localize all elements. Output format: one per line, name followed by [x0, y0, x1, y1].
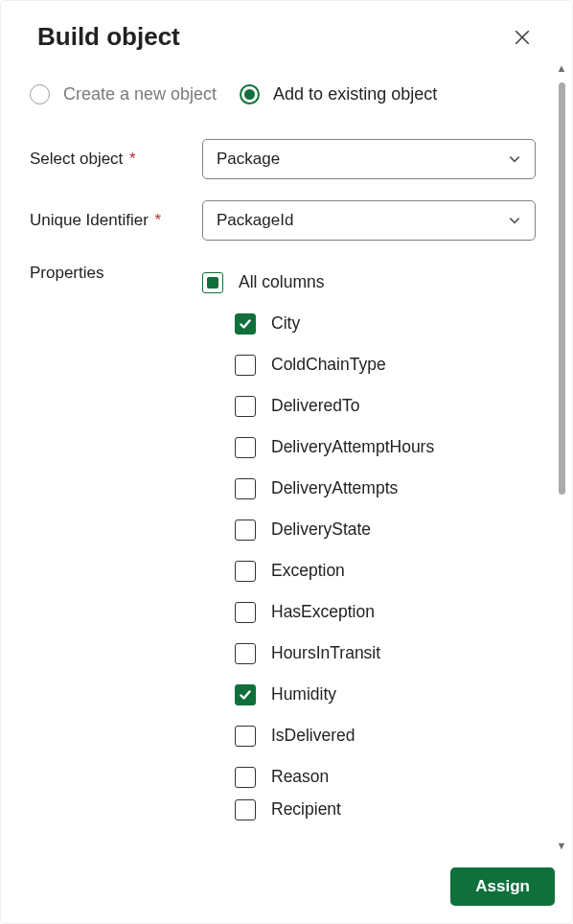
radio-add-to-existing[interactable]: Add to existing object [240, 84, 437, 104]
required-asterisk: * [155, 211, 162, 229]
checkbox-item[interactable]: Reason [202, 756, 536, 797]
checkbox-item[interactable]: DeliveredTo [202, 385, 536, 427]
checkbox-icon [235, 767, 256, 788]
select-object-dropdown[interactable]: Package [202, 139, 536, 179]
checkbox-icon [235, 799, 256, 820]
assign-button[interactable]: Assign [450, 867, 555, 906]
properties-label: Properties [30, 262, 202, 824]
checkbox-icon [235, 355, 256, 376]
checkbox-icon [235, 684, 256, 705]
properties-checkbox-list: All columnsCityColdChainTypeDeliveredToD… [202, 262, 536, 824]
select-object-label: Select object * [30, 150, 202, 169]
checkbox-label: DeliveredTo [271, 396, 359, 416]
checkbox-item[interactable]: DeliveryAttempts [202, 468, 536, 509]
checkbox-item[interactable]: HasException [202, 591, 536, 633]
close-icon [514, 29, 531, 46]
radio-create-new-object[interactable]: Create a new object [30, 84, 217, 104]
mode-radio-group: Create a new object Add to existing obje… [30, 84, 536, 104]
panel-header: Build object [1, 1, 572, 59]
chevron-down-icon [508, 214, 521, 227]
checkbox-item[interactable]: DeliveryAttemptHours [202, 427, 536, 468]
radio-icon [30, 84, 50, 104]
checkbox-label: Reason [271, 767, 329, 787]
build-object-panel: Build object Create a new object Add to … [0, 0, 573, 924]
scroll-down-arrow-icon[interactable]: ▼ [555, 839, 568, 852]
checkbox-label: All columns [239, 272, 324, 292]
scroll-up-arrow-icon[interactable]: ▲ [555, 61, 568, 75]
checkbox-all-columns[interactable]: All columns [202, 262, 536, 303]
checkbox-item[interactable]: Recipient [202, 797, 536, 824]
checkbox-label: DeliveryState [271, 520, 371, 540]
scrollbar-thumb[interactable] [559, 82, 565, 495]
radio-dot-icon [244, 89, 255, 100]
checkbox-item[interactable]: Exception [202, 550, 536, 591]
checkbox-icon [235, 726, 256, 747]
checkbox-item[interactable]: Humidity [202, 674, 536, 715]
checkbox-label: IsDelivered [271, 726, 355, 746]
select-object-row: Select object * Package [30, 139, 536, 179]
checkbox-label: City [271, 313, 300, 334]
checkbox-item[interactable]: IsDelivered [202, 715, 536, 756]
select-object-value: Package [217, 150, 280, 169]
scrollbar[interactable]: ▲ ▼ [555, 61, 568, 852]
checkbox-icon [235, 478, 256, 499]
checkbox-icon [235, 643, 256, 664]
checkbox-icon [235, 396, 256, 417]
checkbox-label: Recipient [271, 799, 341, 820]
checkbox-icon [235, 313, 256, 335]
checkbox-item[interactable]: HoursInTransit [202, 633, 536, 674]
properties-section: Properties All columnsCityColdChainTypeD… [30, 262, 536, 824]
checkbox-icon [235, 437, 256, 458]
radio-label: Add to existing object [273, 84, 437, 104]
chevron-down-icon [508, 152, 521, 166]
checkbox-item[interactable]: City [202, 303, 536, 344]
checkbox-icon [235, 520, 256, 541]
required-asterisk: * [129, 150, 136, 168]
checkbox-label: Humidity [271, 684, 336, 705]
checkbox-label: ColdChainType [271, 355, 386, 375]
unique-identifier-label: Unique Identifier * [30, 211, 202, 230]
checkbox-item[interactable]: DeliveryState [202, 509, 536, 550]
checkbox-icon [235, 602, 256, 623]
checkbox-icon [235, 561, 256, 582]
close-button[interactable] [509, 24, 536, 51]
panel-footer: Assign [1, 854, 572, 923]
checkbox-indeterminate-icon [202, 272, 223, 293]
checkbox-item[interactable]: ColdChainType [202, 344, 536, 385]
label-text: Unique Identifier [30, 211, 149, 229]
panel-body: Create a new object Add to existing obje… [1, 59, 572, 854]
checkbox-label: Exception [271, 561, 345, 581]
checkbox-label: HasException [271, 602, 375, 622]
label-text: Select object [30, 150, 123, 168]
unique-identifier-value: PackageId [217, 211, 293, 230]
page-title: Build object [37, 22, 180, 52]
checkbox-label: DeliveryAttempts [271, 478, 398, 498]
checkbox-label: HoursInTransit [271, 643, 380, 663]
scroll-content: Create a new object Add to existing obje… [1, 59, 572, 854]
radio-icon [240, 84, 260, 104]
unique-identifier-row: Unique Identifier * PackageId [30, 200, 536, 241]
unique-identifier-dropdown[interactable]: PackageId [202, 200, 536, 241]
radio-label: Create a new object [63, 84, 217, 104]
checkbox-label: DeliveryAttemptHours [271, 437, 434, 457]
